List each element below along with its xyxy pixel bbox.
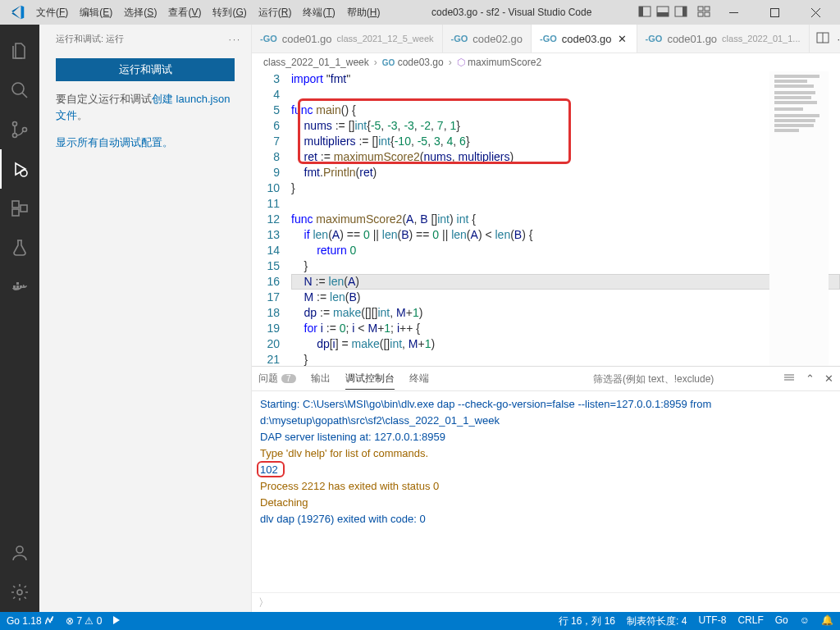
- search-icon[interactable]: [0, 71, 39, 110]
- code-line-6[interactable]: nums := []int{-5, -3, -3, -2, 7, 1}: [291, 118, 840, 134]
- code-line-13[interactable]: if len(A) == 0 || len(B) == 0 || len(A) …: [291, 227, 840, 243]
- panel-maximize-icon[interactable]: ⌃: [806, 372, 815, 385]
- panel-tabs: 问题7 输出 调试控制台 终端 ⌃ ✕: [252, 367, 840, 391]
- run-debug-button[interactable]: 运行和调试: [56, 58, 235, 81]
- code-line-9[interactable]: fmt.Println(ret): [291, 165, 840, 180]
- code-line-8[interactable]: ret := maximumScore2(nums, multipliers): [291, 149, 840, 165]
- code-line-10[interactable]: }: [291, 180, 840, 196]
- code-line-14[interactable]: return 0: [291, 243, 840, 258]
- menu-帮助(H)[interactable]: 帮助(H): [342, 4, 386, 21]
- svg-rect-18: [21, 205, 27, 212]
- menu-查看(V)[interactable]: 查看(V): [163, 4, 206, 21]
- code-line-15[interactable]: }: [291, 258, 840, 274]
- status-problems[interactable]: ⊗ 7 ⚠ 0: [66, 615, 102, 627]
- layout-bottom-icon[interactable]: [656, 6, 669, 20]
- editor[interactable]: 3456789101112131415161718192021 import "…: [252, 71, 840, 366]
- svg-rect-6: [698, 7, 703, 11]
- status-go[interactable]: Go 1.18 🗲: [7, 615, 54, 627]
- run-debug-icon[interactable]: [0, 149, 39, 189]
- code-line-18[interactable]: dp := make([][]int, M+1): [291, 305, 840, 321]
- status-cursor[interactable]: 行 16，列 16: [559, 614, 615, 628]
- settings-icon[interactable]: [0, 573, 39, 612]
- explorer-icon[interactable]: [0, 31, 39, 71]
- minimize-button[interactable]: [715, 0, 751, 25]
- svg-point-24: [17, 590, 22, 595]
- sidebar: 运行和调试: 运行 ··· 运行和调试 要自定义运行和调试创建 launch.j…: [39, 25, 252, 612]
- tab-1[interactable]: -GO code02.go: [443, 25, 532, 52]
- breadcrumb-0[interactable]: class_2022_01_1_week: [263, 57, 369, 68]
- docker-icon[interactable]: [0, 267, 39, 307]
- close-button[interactable]: [797, 0, 833, 25]
- code-line-4[interactable]: [291, 87, 840, 103]
- debug-console[interactable]: Starting: C:\Users\MSI\go\bin\dlv.exe da…: [252, 391, 840, 592]
- svg-point-12: [13, 122, 17, 126]
- split-editor-icon[interactable]: [816, 32, 829, 46]
- svg-rect-19: [13, 285, 16, 288]
- code-line-7[interactable]: multipliers := []int{-10, -5, 3, 4, 6}: [291, 134, 840, 149]
- more-actions-icon[interactable]: ···: [838, 33, 840, 45]
- svg-rect-7: [705, 7, 710, 11]
- svg-rect-8: [698, 12, 703, 16]
- tab-2[interactable]: -GO code03.go✕: [532, 25, 637, 52]
- svg-point-13: [13, 134, 17, 138]
- code-line-21[interactable]: }: [291, 352, 840, 366]
- layout-customize-icon[interactable]: [697, 6, 710, 20]
- testing-icon[interactable]: [0, 228, 39, 267]
- status-encoding[interactable]: UTF-8: [698, 614, 726, 628]
- statusbar: Go 1.18 🗲 ⊗ 7 ⚠ 0 行 16，列 16 制表符长度: 4 UTF…: [0, 612, 840, 630]
- menu-运行(R)[interactable]: 运行(R): [253, 4, 297, 21]
- show-auto-configs-link[interactable]: 显示所有自动调试配置。: [56, 136, 173, 148]
- panel-tab-debug-console[interactable]: 调试控制台: [345, 368, 395, 390]
- status-debug-icon[interactable]: [113, 615, 120, 627]
- code-line-16[interactable]: N := len(A): [291, 274, 840, 290]
- layout-left-icon[interactable]: [638, 6, 651, 20]
- menu-终端(T)[interactable]: 终端(T): [298, 4, 340, 21]
- layout-right-icon[interactable]: [674, 6, 687, 20]
- maximize-button[interactable]: [756, 0, 792, 25]
- panel-tab-terminal[interactable]: 终端: [409, 368, 429, 389]
- extensions-icon[interactable]: [0, 189, 39, 228]
- status-tabsize[interactable]: 制表符长度: 4: [627, 614, 687, 628]
- panel-tab-output[interactable]: 输出: [311, 368, 331, 389]
- code-line-17[interactable]: M := len(B): [291, 290, 840, 305]
- menu-编辑(E)[interactable]: 编辑(E): [75, 4, 117, 21]
- svg-rect-1: [639, 7, 643, 16]
- accounts-icon[interactable]: [0, 533, 39, 573]
- menubar: 文件(F)编辑(E)选择(S)查看(V)转到(G)运行(R)终端(T)帮助(H): [31, 4, 385, 21]
- status-lang[interactable]: Go: [775, 614, 788, 628]
- svg-rect-22: [16, 282, 19, 285]
- svg-point-11: [12, 83, 24, 94]
- panel-filter-input[interactable]: [587, 370, 768, 388]
- code-line-3[interactable]: import "fmt": [291, 71, 840, 87]
- svg-point-15: [21, 170, 27, 176]
- breadcrumb[interactable]: class_2022_01_1_week›GO code03.go›⬡ maxi…: [252, 53, 840, 71]
- menu-文件(F)[interactable]: 文件(F): [31, 4, 73, 21]
- tab-3[interactable]: -GO code01.go class_2022_01_1...: [637, 25, 810, 52]
- sidebar-hint-1: 要自定义运行和调试创建 launch.json 文件。: [39, 89, 251, 125]
- clear-console-icon[interactable]: [783, 371, 796, 386]
- breadcrumb-2[interactable]: ⬡ maximumScore2: [457, 57, 541, 68]
- tab-0[interactable]: -GO code01.go class_2021_12_5_week: [252, 25, 443, 52]
- tab-bar: -GO code01.go class_2021_12_5_week-GO co…: [252, 25, 840, 53]
- status-feedback-icon[interactable]: ☺: [800, 614, 810, 628]
- code-line-5[interactable]: func main() {: [291, 103, 840, 118]
- code-line-20[interactable]: dp[i] = make([]int, M+1): [291, 336, 840, 352]
- panel-tab-problems[interactable]: 问题7: [258, 368, 296, 389]
- menu-选择(S)[interactable]: 选择(S): [119, 4, 162, 21]
- tab-close-icon[interactable]: ✕: [617, 33, 628, 44]
- code-line-19[interactable]: for i := 0; i < M+1; i++ {: [291, 321, 840, 336]
- svg-rect-21: [20, 285, 22, 288]
- source-control-icon[interactable]: [0, 110, 39, 149]
- menu-转到(G)[interactable]: 转到(G): [208, 4, 251, 21]
- panel-close-icon[interactable]: ✕: [824, 372, 833, 385]
- code-line-12[interactable]: func maximumScore2(A, B []int) int {: [291, 212, 840, 227]
- breadcrumb-1[interactable]: GO code03.go: [382, 57, 444, 68]
- status-bell-icon[interactable]: 🔔: [821, 614, 833, 628]
- code-area[interactable]: import "fmt"func main() { nums := []int{…: [291, 71, 840, 366]
- minimap[interactable]: [769, 71, 829, 366]
- status-eol[interactable]: CRLF: [737, 614, 763, 628]
- svg-point-23: [16, 546, 23, 553]
- code-line-11[interactable]: [291, 196, 840, 212]
- svg-rect-5: [682, 7, 687, 16]
- more-icon[interactable]: ···: [229, 34, 241, 44]
